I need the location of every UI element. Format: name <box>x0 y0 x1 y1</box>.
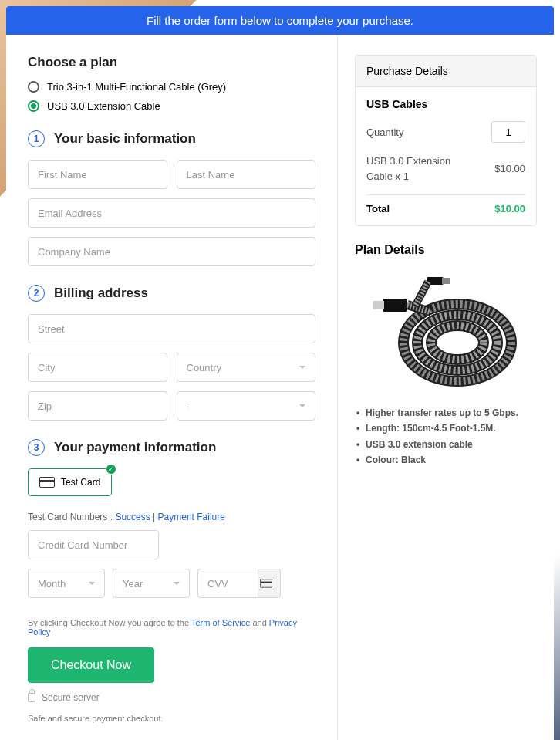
street-input[interactable] <box>28 314 315 343</box>
step-title: Billing address <box>54 286 148 301</box>
select-label: - <box>187 400 190 412</box>
cvv-icon-box <box>258 569 281 598</box>
test-card-links: Test Card Numbers : Success | Payment Fa… <box>28 512 315 522</box>
plan-details-heading: Plan Details <box>355 243 537 257</box>
chevron-down-icon <box>89 582 95 585</box>
select-label: Country <box>187 362 222 373</box>
step-num: 1 <box>28 130 45 147</box>
failure-link[interactable]: Payment Failure <box>158 512 225 522</box>
check-icon: ✓ <box>106 464 116 475</box>
bullet-item: Colour: Black <box>366 452 537 468</box>
plan-label: USB 3.0 Extension Cable <box>47 100 160 112</box>
banner: Fill the order form below to complete yo… <box>6 6 554 35</box>
last-name-input[interactable] <box>177 160 316 189</box>
cvv-input[interactable] <box>197 569 258 598</box>
bullets-list: Higher transfer rates up to 5 Gbps. Leng… <box>355 405 537 468</box>
company-input[interactable] <box>28 237 315 266</box>
chevron-down-icon <box>174 582 180 585</box>
test-card-option[interactable]: ✓ Test Card <box>28 468 112 496</box>
qty-label: Quantity <box>366 127 403 138</box>
chevron-down-icon <box>299 366 305 369</box>
step-title: Your payment information <box>54 440 216 455</box>
secure-text: Secure server <box>42 692 100 703</box>
terms-text: By clicking Checkout Now you agree to th… <box>28 618 315 637</box>
svg-rect-6 <box>383 299 407 312</box>
product-image <box>369 269 523 393</box>
chevron-down-icon <box>299 404 305 407</box>
month-select[interactable]: Month <box>28 569 105 598</box>
test-card-label: Test Card <box>61 477 100 488</box>
plan-option-1[interactable]: USB 3.0 Extension Cable <box>28 100 315 112</box>
year-select[interactable]: Year <box>113 569 190 598</box>
qty-input[interactable] <box>491 121 525 143</box>
tos-link[interactable]: Term of Service <box>191 618 250 627</box>
total-label: Total <box>366 203 390 215</box>
bullet-item: Length: 150cm-4.5 Foot-1.5M. <box>366 421 537 436</box>
bullet-item: USB 3.0 extension cable <box>366 437 537 452</box>
zip-input[interactable] <box>28 391 167 421</box>
line-item-label: USB 3.0 Extension Cable x 1 <box>366 154 474 184</box>
checkout-button[interactable]: Checkout Now <box>28 647 154 683</box>
step-num: 3 <box>28 439 45 456</box>
product-name: USB Cables <box>366 98 525 110</box>
first-name-input[interactable] <box>28 160 167 189</box>
select-label: Year <box>123 578 143 590</box>
radio-icon <box>28 100 39 112</box>
city-input[interactable] <box>28 353 167 382</box>
country-select[interactable]: Country <box>177 353 316 382</box>
choose-plan-heading: Choose a plan <box>28 55 315 70</box>
svg-rect-7 <box>373 301 384 309</box>
credit-card-icon <box>260 579 272 587</box>
email-input[interactable] <box>28 198 315 228</box>
credit-card-icon <box>39 477 55 488</box>
state-select[interactable]: - <box>177 391 316 421</box>
purchase-header: Purchase Details <box>356 56 536 87</box>
plan-label: Trio 3-in-1 Multi-Functional Cable (Grey… <box>47 81 226 93</box>
svg-rect-9 <box>442 278 450 284</box>
select-label: Month <box>38 578 66 590</box>
total-price: $10.00 <box>494 203 525 215</box>
cc-number-input[interactable] <box>28 530 159 559</box>
step-title: Your basic information <box>54 131 196 147</box>
plan-option-0[interactable]: Trio 3-in-1 Multi-Functional Cable (Grey… <box>28 81 315 93</box>
divider <box>366 194 525 195</box>
bullet-item: Higher transfer rates up to 5 Gbps. <box>366 405 537 421</box>
lock-icon <box>28 693 35 702</box>
safe-text: Safe and secure payment checkout. <box>28 714 315 723</box>
radio-icon <box>28 81 39 93</box>
step-num: 2 <box>28 285 45 302</box>
line-item-price: $10.00 <box>494 163 525 174</box>
success-link[interactable]: Success <box>115 512 150 522</box>
